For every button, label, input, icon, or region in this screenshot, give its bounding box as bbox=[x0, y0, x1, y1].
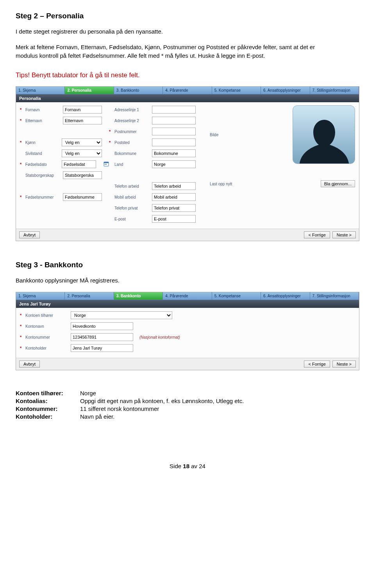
tab-stilling[interactable]: 7. Stillingsinformasjon bbox=[310, 292, 359, 300]
input-poststed[interactable] bbox=[152, 139, 196, 146]
label-tlf-arbeid: Telefon arbeid bbox=[114, 184, 150, 188]
row-fornavn: * Fornavn bbox=[20, 105, 102, 114]
footer-suffix: av 24 bbox=[189, 463, 205, 469]
label-poststed: Poststed bbox=[114, 140, 150, 145]
browse-button[interactable]: Bla gjennom... bbox=[321, 180, 355, 187]
def-term-alias: Kontoalias: bbox=[16, 398, 80, 404]
input-tlf-privat[interactable] bbox=[152, 204, 196, 212]
tab-personalia[interactable]: 2. Personalia bbox=[65, 292, 114, 300]
label-fodselsnummer: Fødselsnummer bbox=[25, 195, 61, 199]
tab-ansattopp[interactable]: 6. Ansattopplysninger bbox=[261, 292, 310, 300]
input-adr2[interactable] bbox=[152, 117, 196, 124]
def-desc-holder: Navn på eier. bbox=[80, 413, 359, 420]
tab-bankkonto[interactable]: 3. Bankkonto bbox=[114, 292, 163, 300]
def-desc-alias: Oppgi ditt eget navn på kontoen, f. eks … bbox=[80, 398, 359, 404]
req-mark: * bbox=[20, 346, 23, 350]
avbryt-button[interactable]: Avbryt bbox=[19, 361, 40, 368]
tab-stilling[interactable]: 7. Stillingsinformasjon bbox=[310, 87, 359, 94]
row-fodselsnummer: * Fødselsnummer bbox=[20, 193, 102, 201]
tab-ansattopp[interactable]: 6. Ansattopplysninger bbox=[261, 87, 310, 94]
input-etternavn[interactable] bbox=[63, 117, 102, 124]
def-term-nummer: Kontonummer: bbox=[16, 405, 80, 412]
svg-rect-1 bbox=[104, 162, 109, 163]
step3-title: Steg 3 - Bankkonto bbox=[16, 261, 359, 269]
row-fodselsdato: * Fødselsdato bbox=[20, 160, 102, 169]
label-bokommune: Bokommune bbox=[114, 151, 150, 156]
avbryt-button[interactable]: Avbryt bbox=[19, 231, 40, 238]
select-sivilstand[interactable]: Velg en bbox=[62, 149, 102, 157]
forrige-button[interactable]: < Forrige bbox=[304, 231, 330, 238]
bankkonto-panel: 1. Skjema 2. Personalia 3. Bankkonto 4. … bbox=[16, 292, 359, 370]
label-epost: E-post bbox=[114, 217, 150, 221]
tab-parorende[interactable]: 4. Pårørende bbox=[163, 87, 212, 94]
avatar-placeholder bbox=[293, 105, 355, 164]
label-postnr: Postnummer bbox=[114, 130, 150, 134]
input-kontoholder[interactable] bbox=[71, 344, 133, 352]
definitions: Kontoen tilhører:Norge Kontoalias:Oppgi … bbox=[16, 390, 359, 420]
tab-skjema[interactable]: 1. Skjema bbox=[16, 292, 65, 300]
step2-title: Steg 2 – Personalia bbox=[16, 12, 359, 20]
def-desc-nummer: 11 sifferet norsk kontonummer bbox=[80, 405, 359, 412]
upload-row: Last opp nytt Bla gjennom... bbox=[210, 180, 355, 187]
page-footer: Side 18 av 24 bbox=[16, 463, 359, 469]
req-mark: * bbox=[20, 195, 23, 199]
input-epost[interactable] bbox=[152, 215, 196, 223]
label-kontonummer: Kontonummer bbox=[25, 335, 68, 339]
def-term-holder: Kontoholder: bbox=[16, 413, 80, 420]
personalia-form: * Fornavn * Etternavn * Kjønn Velg en Si… bbox=[16, 102, 359, 229]
bankkonto-form: * Kontoen tilhører Norge * Kontonavn * K… bbox=[16, 308, 359, 358]
def-desc-tilhorer: Norge bbox=[80, 390, 359, 396]
input-fodselsnummer[interactable] bbox=[63, 193, 102, 201]
label-bilde: Bilde bbox=[210, 133, 233, 137]
tab-personalia[interactable]: 2. Personalia bbox=[65, 87, 114, 94]
input-fodselsdato[interactable] bbox=[62, 160, 96, 168]
label-fornavn: Fornavn bbox=[25, 108, 61, 112]
row-kjonn: * Kjønn Velg en bbox=[20, 138, 102, 147]
tab-skjema[interactable]: 1. Skjema bbox=[16, 87, 65, 94]
req-mark: * bbox=[20, 313, 23, 318]
tab-bankkonto[interactable]: 3. Bankkonto bbox=[114, 87, 163, 94]
col-right: Bilde Last opp nytt Bla gjennom... bbox=[210, 105, 355, 187]
svg-rect-2 bbox=[105, 164, 105, 165]
input-kontonavn[interactable] bbox=[71, 322, 133, 330]
def-term-tilhorer: Kontoen tilhører: bbox=[16, 390, 80, 396]
bankkonto-header: Jens Jarl Turøy bbox=[16, 300, 359, 308]
calendar-icon[interactable] bbox=[104, 161, 109, 167]
input-fornavn[interactable] bbox=[63, 106, 102, 114]
tab-parorende[interactable]: 4. Pårørende bbox=[163, 292, 212, 300]
input-statsborgerskap[interactable] bbox=[63, 171, 102, 179]
note-kontoformat: (Nasjonalt kontoformat) bbox=[139, 335, 180, 339]
req-mark: * bbox=[109, 129, 112, 134]
step2-tip: Tips! Benytt tabulator for å gå til nest… bbox=[16, 71, 359, 79]
col-mid: Adresselinje 1 Adresselinje 2 *Postnumme… bbox=[109, 105, 203, 223]
input-postnr[interactable] bbox=[152, 128, 196, 135]
row-etternavn: * Etternavn bbox=[20, 116, 102, 125]
input-bokommune[interactable] bbox=[152, 149, 196, 157]
tab-kompetanse[interactable]: 5. Kompetanse bbox=[212, 87, 261, 94]
neste-button[interactable]: Neste > bbox=[332, 231, 356, 238]
neste-button[interactable]: Neste > bbox=[332, 361, 356, 368]
label-kontonavn: Kontonavn bbox=[25, 324, 68, 329]
personalia-panel: 1. Skjema 2. Personalia 3. Bankkonto 4. … bbox=[16, 86, 359, 241]
tabbar-personalia: 1. Skjema 2. Personalia 3. Bankkonto 4. … bbox=[16, 87, 359, 94]
input-kontonummer[interactable] bbox=[71, 333, 133, 341]
input-mobil-arbeid[interactable] bbox=[152, 193, 196, 201]
req-mark: * bbox=[20, 335, 23, 339]
label-tlf-privat: Telefon privat bbox=[114, 206, 150, 210]
input-adr1[interactable] bbox=[152, 106, 196, 114]
forrige-button[interactable]: < Forrige bbox=[304, 361, 330, 368]
label-statsborgerskap: Statsborgerskap bbox=[25, 173, 61, 178]
input-land[interactable] bbox=[152, 160, 196, 168]
label-adr2: Adresselinje 2 bbox=[114, 119, 150, 123]
label-mobil-arbeid: Mobil arbeid bbox=[114, 195, 150, 199]
select-tilhorer[interactable]: Norge bbox=[71, 311, 172, 319]
select-kjonn[interactable]: Velg en bbox=[62, 139, 102, 146]
label-tilhorer: Kontoen tilhører bbox=[25, 313, 68, 318]
row-sivilstand: Sivilstand Velg en bbox=[20, 149, 102, 158]
step2-desc: Merk at feltene Fornavn, Etternavn, Føds… bbox=[16, 43, 336, 60]
tab-kompetanse[interactable]: 5. Kompetanse bbox=[212, 292, 261, 300]
label-land: Land bbox=[114, 162, 150, 167]
button-bar: Avbryt < Forrige Neste > bbox=[16, 229, 359, 241]
input-tlf-arbeid[interactable] bbox=[152, 182, 196, 190]
footer-page: 18 bbox=[183, 463, 189, 469]
